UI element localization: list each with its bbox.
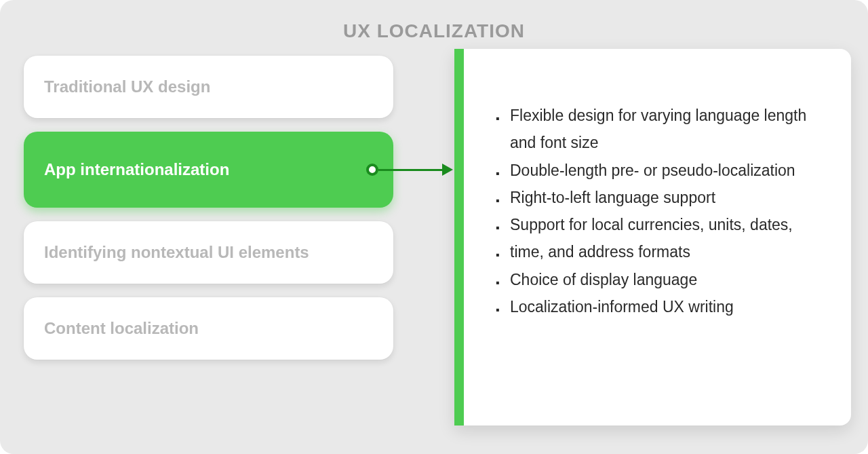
arrow-right-icon <box>442 164 453 176</box>
diagram-content: Traditional UX design App internationali… <box>24 56 844 360</box>
detail-list: Flexible design for varying language len… <box>491 102 824 320</box>
tab-traditional-ux[interactable]: Traditional UX design <box>24 56 393 118</box>
connector-line-icon <box>378 169 443 171</box>
detail-item: time, and address formats <box>491 238 824 265</box>
detail-item: Support for local currencies, units, dat… <box>491 211 824 238</box>
tabs-column: Traditional UX design App internationali… <box>24 56 393 360</box>
tab-label: App internationalization <box>44 160 229 178</box>
detail-item: Double-length pre- or pseudo-localizatio… <box>491 157 824 184</box>
detail-item: Choice of display language <box>491 266 824 293</box>
connector-dot-icon <box>366 164 378 176</box>
details-column: Flexible design for varying language len… <box>454 49 851 425</box>
tab-content-localization[interactable]: Content localization <box>24 297 393 360</box>
tab-label: Identifying nontextual UI elements <box>44 243 309 261</box>
diagram-container: UX LOCALIZATION Traditional UX design Ap… <box>0 0 868 454</box>
diagram-title: UX LOCALIZATION <box>24 20 844 42</box>
tab-label: Content localization <box>44 319 199 337</box>
tab-app-internationalization[interactable]: App internationalization <box>24 132 393 208</box>
detail-item: Flexible design for varying language len… <box>491 102 824 157</box>
tab-nontextual-ui[interactable]: Identifying nontextual UI elements <box>24 221 393 284</box>
connector-arrow <box>366 164 453 176</box>
tab-label: Traditional UX design <box>44 77 210 96</box>
detail-item: Right-to-left language support <box>491 184 824 211</box>
detail-item: Localization-informed UX writing <box>491 293 824 320</box>
detail-panel: Flexible design for varying language len… <box>454 49 851 425</box>
